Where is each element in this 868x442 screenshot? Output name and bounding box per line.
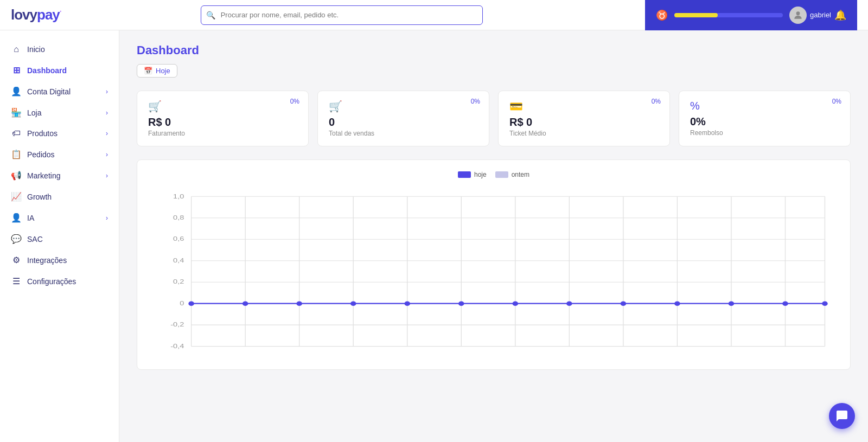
sidebar-item-label-pedidos: Pedidos: [27, 150, 55, 159]
stat-label-total-vendas: Total de vendas: [329, 130, 478, 137]
marketing-icon: 📢: [11, 170, 22, 181]
stats-row: 0%🛒R$ 0Faturamento0%🛒0Total de vendas0%💳…: [137, 91, 851, 146]
loja-icon: 🏪: [11, 107, 22, 118]
svg-point-0: [796, 11, 800, 15]
inicio-icon: ⌂: [11, 44, 22, 54]
sidebar-item-sac[interactable]: 💬SAC: [0, 228, 119, 249]
bull-icon: ♉: [656, 9, 668, 21]
main-layout: ⌂Inicio⊞Dashboard👤Conta Digital›🏪Loja›🏷P…: [0, 30, 868, 442]
stat-icon-faturamento: 🛒: [148, 100, 297, 113]
progress-bar: [674, 13, 783, 17]
sidebar-item-growth[interactable]: 📈Growth: [0, 186, 119, 207]
svg-point-31: [242, 301, 248, 306]
integracoes-icon: ⚙: [11, 255, 22, 265]
svg-text:0,4: 0,4: [173, 257, 184, 264]
sidebar: ⌂Inicio⊞Dashboard👤Conta Digital›🏪Loja›🏷P…: [0, 30, 119, 442]
legend-hoje-label: hoje: [474, 171, 487, 178]
dashboard-icon: ⊞: [11, 65, 22, 75]
sidebar-item-produtos[interactable]: 🏷Produtos›: [0, 123, 119, 144]
bell-icon[interactable]: 🔔: [834, 9, 846, 21]
svg-point-33: [350, 301, 356, 306]
chart-legend: hoje ontem: [148, 171, 839, 178]
stat-label-ticket-medio: Ticket Médio: [509, 130, 659, 137]
sidebar-item-label-inicio: Inicio: [27, 45, 45, 54]
svg-text:0,2: 0,2: [173, 278, 184, 285]
chat-button[interactable]: [829, 403, 855, 429]
sidebar-item-label-loja: Loja: [27, 108, 41, 117]
produtos-icon: 🏷: [11, 129, 22, 138]
stat-card-reembolso: 0%%0%Reembolso: [679, 91, 851, 146]
svg-point-30: [188, 301, 194, 306]
svg-point-35: [458, 301, 464, 306]
stat-value-reembolso: 0%: [690, 116, 839, 128]
svg-point-36: [513, 301, 519, 306]
stat-label-faturamento: Faturamento: [148, 130, 297, 137]
logo: lovypay·: [11, 7, 119, 23]
ia-icon: 👤: [11, 213, 22, 223]
sidebar-item-label-ia: IA: [27, 214, 34, 222]
sac-icon: 💬: [11, 234, 22, 244]
sidebar-item-label-produtos: Produtos: [27, 129, 58, 138]
stat-pct-faturamento: 0%: [290, 98, 299, 105]
svg-point-38: [621, 301, 627, 306]
sidebar-item-label-sac: SAC: [27, 235, 43, 244]
legend-ontem-dot: [495, 171, 508, 178]
legend-hoje-dot: [458, 171, 471, 178]
sidebar-item-ia[interactable]: 👤IA›: [0, 207, 119, 228]
date-filter[interactable]: 📅 Hoje: [137, 64, 177, 78]
legend-ontem: ontem: [495, 171, 529, 178]
chevron-icon-conta-digital: ›: [106, 88, 108, 95]
chevron-icon-pedidos: ›: [106, 151, 108, 158]
svg-point-41: [782, 301, 788, 306]
svg-point-34: [404, 301, 410, 306]
search-input[interactable]: [201, 5, 483, 25]
date-filter-label: Hoje: [156, 67, 170, 75]
stat-value-total-vendas: 0: [329, 116, 478, 129]
sidebar-item-dashboard[interactable]: ⊞Dashboard: [0, 60, 119, 81]
sidebar-item-label-integracoes: Integrações: [27, 256, 67, 265]
chevron-icon-ia: ›: [106, 214, 108, 222]
sidebar-item-conta-digital[interactable]: 👤Conta Digital›: [0, 81, 119, 102]
chart-container: hoje ontem: [137, 159, 851, 370]
pedidos-icon: 📋: [11, 149, 22, 159]
chevron-icon-marketing: ›: [106, 172, 108, 180]
search-bar: 🔍: [201, 5, 483, 25]
conta-digital-icon: 👤: [11, 86, 22, 97]
stat-card-ticket-medio: 0%💳R$ 0Ticket Médio: [498, 91, 670, 146]
calendar-icon: 📅: [144, 67, 152, 75]
sidebar-item-integracoes[interactable]: ⚙Integrações: [0, 249, 119, 271]
svg-text:-0,4: -0,4: [170, 342, 184, 349]
top-header: lovypay· 🔍 ♉ gabriel 🔔: [0, 0, 868, 30]
legend-hoje: hoje: [458, 171, 487, 178]
header-right: ♉ gabriel 🔔: [645, 0, 857, 30]
logo-dot: ·: [60, 7, 61, 16]
svg-point-32: [296, 301, 302, 306]
page-title: Dashboard: [137, 43, 851, 57]
svg-point-40: [729, 301, 735, 306]
legend-ontem-label: ontem: [512, 171, 529, 178]
stat-pct-reembolso: 0%: [832, 98, 841, 105]
sidebar-item-loja[interactable]: 🏪Loja›: [0, 102, 119, 123]
sidebar-item-pedidos[interactable]: 📋Pedidos›: [0, 144, 119, 165]
stat-card-total-vendas: 0%🛒0Total de vendas: [317, 91, 489, 146]
logo-pay: pay: [37, 7, 60, 23]
svg-point-42: [822, 301, 828, 306]
svg-text:-0,2: -0,2: [170, 321, 184, 328]
main-content: Dashboard 📅 Hoje 0%🛒R$ 0Faturamento0%🛒0T…: [119, 30, 868, 442]
svg-text:0: 0: [180, 299, 184, 306]
stat-value-faturamento: R$ 0: [148, 116, 297, 129]
progress-bar-fill: [674, 13, 718, 17]
configuracoes-icon: ☰: [11, 276, 22, 286]
svg-text:0,6: 0,6: [173, 235, 184, 242]
stat-icon-total-vendas: 🛒: [329, 100, 478, 113]
sidebar-item-label-dashboard: Dashboard: [27, 66, 67, 75]
sidebar-item-marketing[interactable]: 📢Marketing›: [0, 165, 119, 186]
logo-lovy: lovy: [11, 7, 37, 23]
svg-point-39: [674, 301, 680, 306]
stat-icon-reembolso: %: [690, 100, 839, 112]
svg-text:0,8: 0,8: [173, 214, 184, 221]
stat-label-reembolso: Reembolso: [690, 129, 839, 137]
sidebar-item-configuracoes[interactable]: ☰Configurações: [0, 271, 119, 292]
sidebar-item-inicio[interactable]: ⌂Inicio: [0, 39, 119, 60]
stat-icon-ticket-medio: 💳: [509, 100, 659, 113]
